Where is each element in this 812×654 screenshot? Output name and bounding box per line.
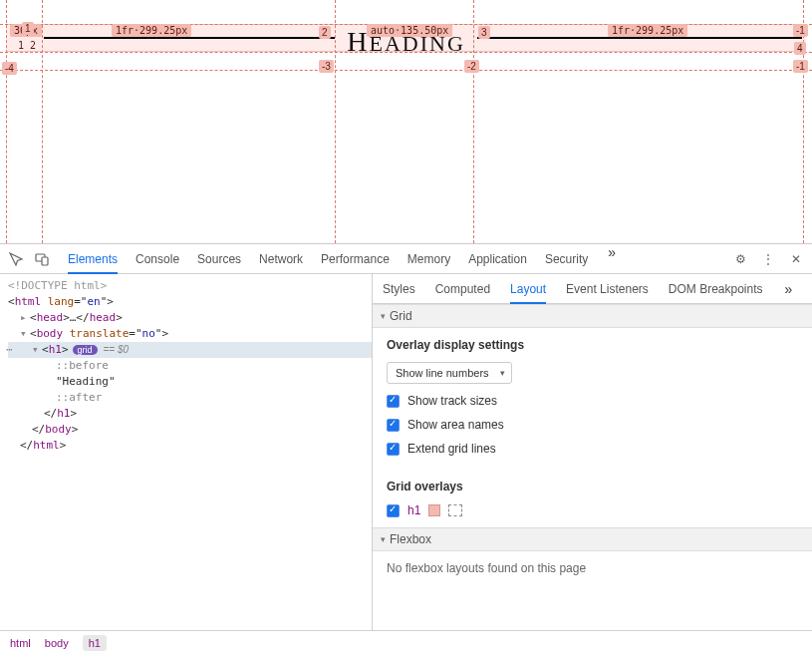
cb-extend-label: Extend grid lines — [407, 442, 496, 456]
grid-num-neg1: -1 — [793, 60, 808, 73]
col-size-1: 1fr·299.25px — [112, 24, 191, 37]
side-tab-styles[interactable]: Styles — [383, 275, 415, 302]
section-flexbox-label: Flexbox — [390, 532, 431, 546]
grid-line-4 — [473, 0, 474, 243]
dom-html-close[interactable]: </html> — [8, 438, 372, 454]
side-tabs: Styles Computed Layout Event Listeners D… — [373, 274, 812, 304]
checkbox-checked-icon[interactable] — [387, 504, 400, 517]
crumb-html[interactable]: html — [10, 637, 31, 649]
side-tab-listeners[interactable]: Event Listeners — [566, 275, 649, 302]
cb-area-names[interactable]: Show area names — [387, 418, 798, 432]
tab-network[interactable]: Network — [259, 245, 303, 273]
grid-num-neg3: -3 — [319, 60, 334, 73]
tab-elements[interactable]: Elements — [68, 245, 118, 274]
grid-overlays-heading: Grid overlays — [387, 480, 798, 493]
grid-settings: Overlay display settings Show line numbe… — [373, 328, 812, 527]
heading-rule-right — [477, 37, 802, 39]
side-tabs-overflow-icon[interactable]: » — [783, 282, 795, 296]
row-sizes: 1 2 — [18, 40, 36, 51]
dom-body-open[interactable]: ▾<body translate="no"> — [8, 326, 372, 342]
tabs-overflow-icon[interactable]: » — [606, 245, 618, 273]
tab-application[interactable]: Application — [468, 245, 527, 273]
grid-line-1 — [6, 0, 7, 243]
breadcrumb: html body h1 — [0, 630, 812, 654]
dom-tree[interactable]: <!DOCTYPE html> <html lang="en"> ▸<head>… — [0, 274, 372, 630]
heading-rule-left — [44, 37, 335, 39]
col-size-3: 1fr·299.25px — [608, 24, 687, 37]
side-tab-layout[interactable]: Layout — [510, 275, 546, 304]
settings-icon[interactable]: ⚙ — [730, 249, 750, 269]
checkbox-checked-icon[interactable] — [387, 419, 400, 432]
page-preview: HEADING 36px 1fr·299.25px auto·135.50px … — [0, 0, 812, 243]
dom-body-close[interactable]: </body> — [8, 422, 372, 438]
grid-num-neg2: -2 — [464, 60, 479, 73]
side-panel: Styles Computed Layout Event Listeners D… — [373, 274, 812, 630]
grid-badge[interactable]: grid — [73, 345, 98, 355]
cb-extend-lines[interactable]: Extend grid lines — [387, 442, 798, 456]
checkbox-checked-icon[interactable] — [387, 443, 400, 456]
toolbar-tabs: Elements Console Sources Network Perform… — [68, 245, 724, 273]
side-tab-computed[interactable]: Computed — [435, 275, 490, 302]
elements-panel: <!DOCTYPE html> <html lang="en"> ▸<head>… — [0, 274, 373, 630]
section-grid[interactable]: ▾Grid — [373, 304, 812, 328]
cb-area-label: Show area names — [407, 418, 504, 432]
grid-rowline-3 — [0, 70, 812, 71]
tab-sources[interactable]: Sources — [197, 245, 241, 273]
grid-rowline-2 — [0, 52, 812, 53]
grid-num-1: 1 — [22, 22, 34, 35]
dom-before[interactable]: ::before — [8, 358, 372, 374]
dom-after[interactable]: ::after — [8, 390, 372, 406]
crumb-body[interactable]: body — [45, 637, 69, 649]
kebab-icon[interactable]: ⋮ — [758, 249, 778, 269]
flexbox-empty-msg: No flexbox layouts found on this page — [373, 551, 812, 585]
grid-line-3 — [335, 0, 336, 243]
overlay-item-label: h1 — [407, 503, 420, 517]
inspect-icon[interactable] — [6, 249, 26, 269]
tab-console[interactable]: Console — [135, 245, 179, 273]
devtools-toolbar: Elements Console Sources Network Perform… — [0, 244, 812, 274]
tab-performance[interactable]: Performance — [321, 245, 390, 273]
dom-head[interactable]: ▸<head>…</head> — [8, 310, 372, 326]
dom-h1-close[interactable]: </h1> — [8, 406, 372, 422]
device-icon[interactable] — [32, 249, 52, 269]
tab-security[interactable]: Security — [545, 245, 588, 273]
grid-num-3: 3 — [478, 26, 490, 39]
selected-node-indicator: == $0 — [104, 344, 130, 355]
cb-track-sizes[interactable]: Show track sizes — [387, 394, 798, 408]
col-size-2: auto·135.50px — [367, 24, 452, 37]
section-flexbox[interactable]: ▾Flexbox — [373, 527, 812, 551]
overlay-item-h1[interactable]: h1 — [387, 503, 798, 517]
layout-preview-icon[interactable] — [448, 504, 462, 516]
side-tab-dombp[interactable]: DOM Breakpoints — [669, 275, 763, 302]
devtools: Elements Console Sources Network Perform… — [0, 243, 812, 654]
dom-text[interactable]: "Heading" — [8, 374, 372, 390]
dom-h1-open[interactable]: ▾<h1>grid== $0 — [8, 342, 372, 358]
dom-doctype[interactable]: <!DOCTYPE html> — [8, 278, 372, 294]
line-numbers-select[interactable]: Show line numbers — [387, 362, 512, 384]
color-swatch[interactable] — [428, 504, 440, 516]
section-grid-label: Grid — [390, 309, 412, 323]
grid-num-neg4: -4 — [2, 62, 17, 75]
select-value: Show line numbers — [396, 367, 489, 379]
grid-num-neg1b: -1 — [793, 24, 808, 37]
grid-num-4: 4 — [794, 42, 806, 55]
layout-pane: ▾Grid Overlay display settings Show line… — [373, 304, 812, 630]
tab-memory[interactable]: Memory — [407, 245, 450, 273]
cb-track-label: Show track sizes — [407, 394, 497, 408]
crumb-h1[interactable]: h1 — [83, 635, 107, 651]
checkbox-checked-icon[interactable] — [387, 395, 400, 408]
dom-html-open[interactable]: <html lang="en"> — [8, 294, 372, 310]
grid-num-2: 2 — [319, 26, 331, 39]
svg-rect-1 — [42, 257, 48, 265]
grid-line-2 — [42, 0, 43, 243]
close-icon[interactable]: ✕ — [786, 249, 806, 269]
overlay-settings-heading: Overlay display settings — [387, 338, 798, 352]
